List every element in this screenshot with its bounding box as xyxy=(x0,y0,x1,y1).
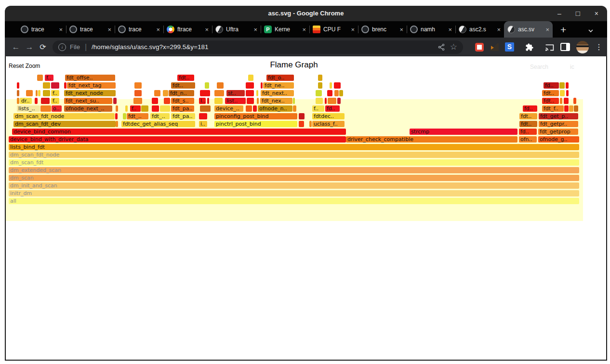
flame-frame[interactable] xyxy=(574,105,578,112)
tab-close-icon[interactable]: × xyxy=(302,26,306,33)
flame-frame[interactable] xyxy=(43,82,50,89)
flame-frame[interactable] xyxy=(154,90,160,96)
flame-frame[interactable] xyxy=(560,90,565,96)
flame-frame[interactable] xyxy=(115,113,118,119)
reload-button[interactable]: ⟳ xyxy=(36,42,50,52)
flame-frame-fdt_next_node[interactable]: fdt_next_node xyxy=(64,90,116,96)
tab-search-chevron-icon[interactable] xyxy=(588,28,594,34)
tab-brenc[interactable]: brenc× xyxy=(358,21,407,38)
tab-close-icon[interactable]: × xyxy=(205,26,209,33)
flame-frame[interactable] xyxy=(566,82,569,89)
flame-frame-fdt..[interactable]: fdt.. xyxy=(177,75,194,81)
flame-frame[interactable] xyxy=(38,90,40,96)
flame-frame[interactable] xyxy=(160,105,170,112)
flame-frame[interactable] xyxy=(163,90,168,96)
flame-frame[interactable] xyxy=(200,90,210,96)
tab-trace[interactable]: trace× xyxy=(115,21,163,38)
flame-frame[interactable] xyxy=(248,75,253,81)
flame-frame-fdt_next..[interactable]: fdt_next.. xyxy=(261,90,294,96)
flame-frame-dm_scan_fdt_node[interactable]: dm_scan_fdt_node xyxy=(13,113,115,119)
tab-close-icon[interactable]: × xyxy=(399,26,403,33)
flame-frame[interactable] xyxy=(564,105,569,112)
flame-frame[interactable] xyxy=(123,113,126,119)
flame-frame-o..[interactable]: o.. xyxy=(52,105,62,112)
flame-frame[interactable] xyxy=(573,98,576,104)
flame-frame[interactable] xyxy=(246,90,254,96)
flame-frame-f..[interactable]: f.. xyxy=(51,98,59,104)
flame-frame[interactable] xyxy=(293,98,295,104)
flame-frame[interactable] xyxy=(214,90,224,96)
flame-frame[interactable] xyxy=(261,82,263,89)
url-text[interactable]: /home/sglass/u/asc.svg?x=299.5&y=181 xyxy=(92,43,433,51)
flame-frame[interactable] xyxy=(334,90,339,96)
flame-frame-dm_scan_fdt_node[interactable]: dm_scan_fdt_node xyxy=(9,152,579,158)
flame-frame-fdt..[interactable]: fdt.. xyxy=(171,82,195,89)
flame-frame[interactable] xyxy=(134,90,142,96)
flame-frame-fdt_next_su..[interactable]: fdt_next_su.. xyxy=(64,98,112,104)
reset-zoom-button[interactable]: Reset Zoom xyxy=(9,63,40,69)
flame-frame-device_bind_common[interactable]: device_bind_common xyxy=(12,129,346,135)
flame-frame-fdt_getpr..[interactable]: fdt_getpr.. xyxy=(539,121,578,127)
flame-frame-fdt_next_tag[interactable]: fdt_next_tag xyxy=(67,82,116,89)
share-icon[interactable] xyxy=(438,43,445,51)
split-screen-icon[interactable] xyxy=(560,43,570,51)
flame-frame-fdt_f..[interactable]: fdt_f.. xyxy=(542,105,564,112)
flame-frame-f..[interactable]: f.. xyxy=(312,105,324,112)
flame-frame-st..[interactable]: st.. xyxy=(226,90,245,96)
tab-Kerne[interactable]: PKerne× xyxy=(261,21,309,38)
flame-frame-fd..[interactable]: fd.. xyxy=(519,129,537,135)
todoist-extension-icon[interactable] xyxy=(475,43,484,52)
flame-frame-initr_dm[interactable]: initr_dm xyxy=(9,190,579,196)
flame-frame-lists_bind_fdt[interactable]: lists_bind_fdt xyxy=(9,144,579,150)
flame-frame[interactable] xyxy=(207,98,209,104)
flame-frame[interactable] xyxy=(560,98,562,104)
flame-frame[interactable] xyxy=(214,98,223,104)
flame-frame[interactable] xyxy=(246,105,252,112)
minimize-button[interactable]: – xyxy=(557,10,561,17)
flame-frame-dr..[interactable]: dr.. xyxy=(20,98,32,104)
flame-frame[interactable] xyxy=(327,90,332,96)
tab-CPU F[interactable]: CPU F× xyxy=(309,21,358,38)
extensions-puzzle-icon[interactable] xyxy=(525,43,534,52)
flame-frame[interactable] xyxy=(26,90,33,96)
tab-ftrace[interactable]: ftrace× xyxy=(163,21,212,38)
flame-frame-fdt..[interactable]: fdt.. xyxy=(519,121,537,127)
tab-close-icon[interactable]: × xyxy=(107,26,111,33)
flame-frame[interactable] xyxy=(17,98,19,104)
tab-trace[interactable]: trace× xyxy=(66,21,115,38)
flame-frame-pinctrl_post_bind[interactable]: pinctrl_post_bind xyxy=(214,121,297,127)
flame-frame[interactable] xyxy=(566,90,569,96)
flame-frame-fdt_getprop[interactable]: fdt_getprop xyxy=(538,129,578,135)
flame-frame-pinconfig_post_bind[interactable]: pinconfig_post_bind xyxy=(214,113,297,119)
flame-frame[interactable] xyxy=(257,98,259,104)
close-button[interactable]: × xyxy=(595,10,598,17)
flame-frame-fdt_offse..[interactable]: fdt_offse.. xyxy=(65,75,115,81)
flame-frame[interactable] xyxy=(328,98,336,104)
flame-frame[interactable] xyxy=(125,105,128,112)
back-button[interactable]: ← xyxy=(9,42,23,52)
tab-close-icon[interactable]: × xyxy=(351,26,355,33)
flame-frame-dm_scan[interactable]: dm_scan xyxy=(9,175,579,181)
flame-frame[interactable] xyxy=(299,121,304,127)
hidden-extension-icon[interactable] xyxy=(490,43,499,51)
flame-frame[interactable] xyxy=(17,90,19,96)
flame-frame[interactable] xyxy=(17,82,19,89)
forward-button[interactable]: → xyxy=(23,42,36,52)
tab-close-icon[interactable]: × xyxy=(497,26,501,33)
flame-frame-fdtdec_get_alias_seq[interactable]: fdtdec_get_alias_seq xyxy=(121,121,195,127)
flame-frame[interactable] xyxy=(247,98,254,104)
flame-frame[interactable] xyxy=(164,98,170,104)
flame-frame-ofnode_next_..[interactable]: ofnode_next_.. xyxy=(64,105,112,112)
flame-frame-fdt_s..[interactable]: fdt_s.. xyxy=(171,98,194,104)
flame-frame[interactable] xyxy=(339,90,343,96)
flame-frame-f..[interactable]: f.. xyxy=(51,90,59,96)
flame-frame[interactable] xyxy=(40,105,51,112)
flame-frame-uclass_f..[interactable]: uclass_f.. xyxy=(312,121,345,127)
flame-frame[interactable] xyxy=(205,82,209,89)
page-info-icon[interactable]: i xyxy=(58,43,66,51)
tab-trace[interactable]: trace× xyxy=(17,21,66,38)
flame-frame[interactable] xyxy=(256,90,258,96)
maximize-button[interactable]: □ xyxy=(576,10,580,17)
flame-frame[interactable] xyxy=(37,75,43,81)
flame-frame[interactable] xyxy=(318,75,322,81)
